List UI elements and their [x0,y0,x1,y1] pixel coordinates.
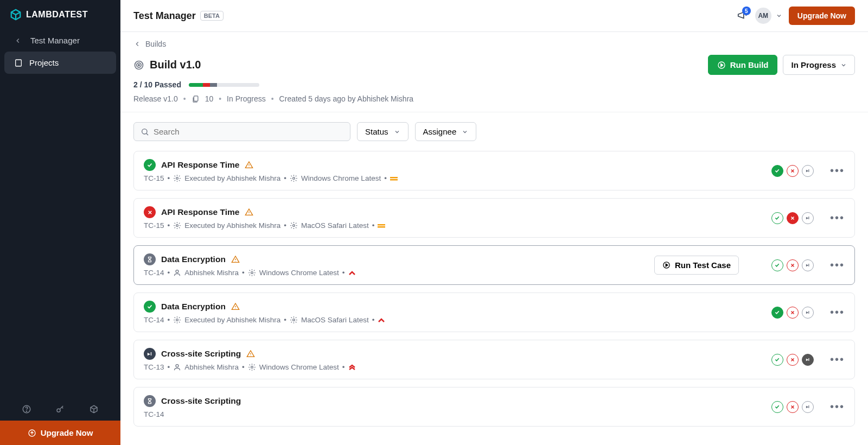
more-button[interactable]: ••• [830,400,845,413]
svg-point-11 [176,177,178,180]
test-card[interactable]: Data Encryption TC-14 • Abhishek Mishra … [133,245,855,285]
breadcrumb[interactable]: Builds [120,32,868,53]
user-icon [173,363,181,371]
status-skipped-icon: ▸I [144,348,156,360]
gear-icon [290,221,298,230]
mark-fail-button[interactable] [787,354,799,366]
help-icon[interactable] [22,404,31,414]
test-card[interactable]: ▸I Cross-site Scripting TC-13 • Abhishek… [133,340,855,379]
priority-medium-icon [390,176,398,181]
svg-point-19 [176,270,178,273]
progress-bar [189,83,259,87]
svg-rect-9 [194,96,198,100]
test-card[interactable]: API Response Time TC-15 • Executed by Ab… [133,151,855,190]
files-icon [192,95,200,103]
chevron-left-icon [133,40,141,48]
build-header: Build v1.0 Run Build In Progress [120,53,868,112]
svg-point-7 [138,64,140,66]
test-card[interactable]: API Response Time TC-15 • Executed by Ab… [133,198,855,238]
user-icon [173,269,181,277]
chevron-left-icon [14,37,22,44]
integration-icon[interactable] [89,404,99,414]
svg-rect-0 [16,60,22,66]
warning-icon [245,161,253,169]
created-info: Created 5 days ago by Abhishek Mishra [279,94,413,103]
mark-fail-button[interactable] [787,259,799,271]
mark-fail-button[interactable] [787,307,799,319]
svg-point-15 [176,225,178,227]
test-id: TC-15 [144,174,164,182]
status-fail-icon [144,206,156,218]
notif-count: 5 [742,7,751,15]
user-menu[interactable]: AM [755,8,782,24]
search-box[interactable] [133,122,350,141]
brand-name: LAMBDATEST [26,10,88,20]
build-title: Build v1.0 [150,59,201,71]
test-title: Cross-site Scripting [161,396,241,406]
mark-pass-button[interactable] [771,212,783,224]
status-inline: In Progress [227,94,266,103]
test-title: Data Encryption [161,255,226,264]
mark-skip-button[interactable]: ▸I [802,212,814,224]
notifications-button[interactable]: 5 [737,10,749,22]
key-icon[interactable] [55,404,65,414]
mark-pass-button[interactable] [771,401,783,413]
test-id: TC-14 [144,316,164,324]
mark-pass-button[interactable] [771,354,783,366]
beta-badge: BETA [200,11,224,21]
svg-rect-14 [390,179,398,181]
mark-skip-button[interactable]: ▸I [802,259,814,271]
svg-point-22 [176,319,178,321]
chevron-down-icon [840,62,847,68]
mark-skip-button[interactable]: ▸I [802,401,814,413]
more-button[interactable]: ••• [830,164,845,177]
test-actions: ▸I ••• [771,212,845,224]
run-test-case-button[interactable]: Run Test Case [654,256,739,275]
test-actions: ▸I ••• [771,259,845,271]
mark-skip-button[interactable]: ▸I [802,165,814,177]
play-circle-icon [662,261,671,269]
run-build-button[interactable]: Run Build [708,55,778,75]
priority-high-icon [378,317,385,323]
mark-skip-button[interactable]: ▸I [802,354,814,366]
mark-skip-button[interactable]: ▸I [802,307,814,319]
test-title: Cross-site Scripting [161,349,241,359]
sidebar: LAMBDATEST Test Manager Projects Upgrade… [0,0,120,445]
test-count: 10 [205,94,214,103]
sidebar-upgrade-label: Upgrade Now [41,428,93,437]
more-button[interactable]: ••• [830,306,845,319]
more-button[interactable]: ••• [830,259,845,271]
breadcrumb-back: Builds [145,40,166,48]
mark-pass-button[interactable] [771,165,783,177]
release-name: Release v1.0 [133,94,178,103]
nav-back-test-manager[interactable]: Test Manager [4,29,116,52]
status-pass-icon [144,159,156,171]
svg-point-24 [176,365,178,367]
svg-point-16 [293,225,295,227]
search-input[interactable] [154,127,343,136]
priority-critical-icon [348,364,356,371]
sidebar-upgrade-button[interactable]: Upgrade Now [0,421,120,445]
test-card[interactable]: Cross-site Scripting TC-14 ▸I ••• [133,387,855,427]
mark-pass-button[interactable] [771,307,783,319]
status-filter[interactable]: Status [357,122,409,141]
mark-fail-button[interactable] [787,212,799,224]
nav-projects-label: Projects [29,58,59,67]
test-card[interactable]: Data Encryption TC-14 • Executed by Abhi… [133,293,855,332]
mark-pass-button[interactable] [771,259,783,271]
nav-projects[interactable]: Projects [4,52,116,74]
svg-point-20 [251,272,253,274]
upgrade-now-button[interactable]: Upgrade Now [789,7,855,25]
mark-fail-button[interactable] [787,401,799,413]
gear-icon [248,363,256,371]
brand-logo[interactable]: LAMBDATEST [0,0,120,29]
avatar: AM [755,8,771,24]
mark-fail-button[interactable] [787,165,799,177]
build-status-dropdown[interactable]: In Progress [783,55,855,75]
more-button[interactable]: ••• [830,212,845,224]
svg-point-25 [251,366,253,368]
assignee-filter[interactable]: Assignee [415,122,477,141]
warning-icon [245,208,253,217]
more-button[interactable]: ••• [830,353,845,366]
svg-rect-17 [378,224,385,226]
